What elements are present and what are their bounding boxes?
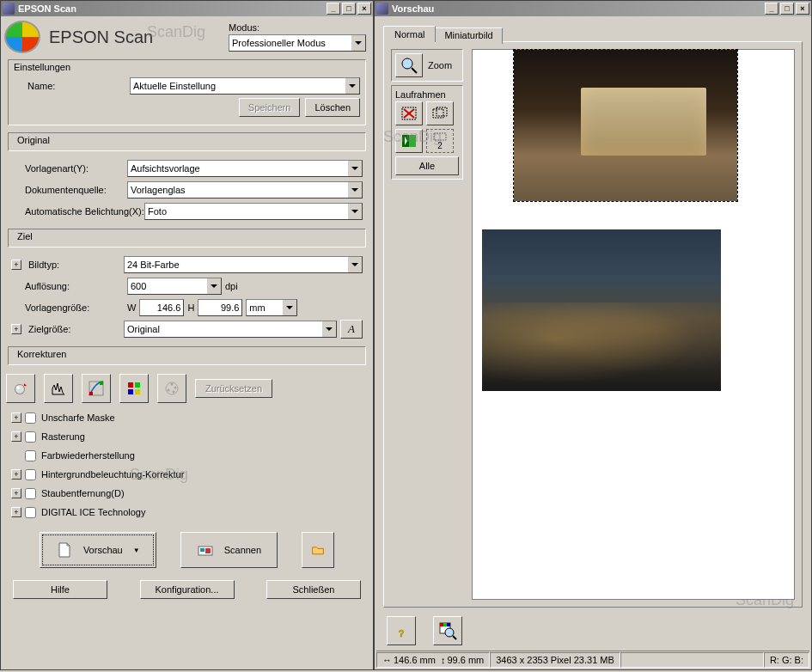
preview-window: Vorschau _ □ × ScanDig ScanDig ScanDig S… (374, 0, 812, 670)
expand-descreen-button[interactable]: + (11, 431, 21, 442)
scan-region-1[interactable] (514, 50, 737, 201)
expand-ice-button[interactable]: + (11, 507, 21, 517)
source-label: Dokumentenquelle: (11, 185, 127, 195)
svg-rect-17 (205, 548, 211, 553)
save-button[interactable]: Speichern (239, 98, 301, 117)
preview-canvas[interactable] (473, 50, 794, 599)
width-input[interactable] (139, 299, 184, 316)
help-icon-button[interactable]: ? (387, 616, 416, 645)
expand-dust-button[interactable]: + (11, 488, 21, 498)
folder-button[interactable] (302, 532, 334, 568)
preview-canvas-frame (472, 49, 795, 600)
mode-select[interactable]: Professioneller Modus (229, 34, 366, 52)
width-label: W (127, 302, 136, 313)
mode-label: Modus: (229, 22, 366, 33)
svg-rect-9 (135, 389, 140, 394)
status-bar: ↔146.6 mm ↕99.6 mm 3463 x 2353 Pixel 23.… (376, 651, 809, 668)
svg-point-13 (173, 391, 175, 394)
scan-icon (197, 541, 214, 559)
reset-button[interactable]: Zurücksetzen (195, 379, 272, 398)
svg-rect-32 (447, 623, 450, 626)
titlebar[interactable]: EPSON Scan _ □ × (1, 1, 373, 16)
close-window-button[interactable]: Schließen (266, 580, 361, 599)
status-width: 146.6 mm (394, 655, 436, 665)
magnifier-icon (400, 56, 418, 75)
source-select[interactable]: Vorlagenglas (127, 181, 363, 199)
unit-select[interactable]: mm (246, 299, 297, 316)
width-arrow-icon: ↔ (382, 655, 392, 665)
imagetype-select[interactable]: 24 Bit-Farbe (124, 256, 363, 273)
resolution-select[interactable]: 600 (127, 278, 222, 295)
expand-targetsize-button[interactable]: + (11, 324, 21, 334)
color-adjust-button[interactable] (119, 374, 149, 403)
doctype-select[interactable]: Aufsichtsvorlage (127, 160, 363, 177)
dust-checkbox[interactable] (25, 488, 36, 499)
name-select[interactable]: Aktuelle Einstellung (130, 77, 360, 95)
autoexp-select[interactable]: Foto (144, 203, 363, 220)
epson-scan-window: EPSON Scan _ □ × ScanDig ScanDig EPSON S… (0, 0, 374, 670)
histogram-button[interactable] (44, 374, 73, 403)
height-input[interactable] (198, 299, 242, 316)
close-button[interactable]: × (357, 3, 371, 15)
settings-title: Einstellungen (14, 62, 360, 72)
colorrestore-checkbox[interactable] (25, 450, 36, 461)
backlight-checkbox[interactable] (25, 469, 36, 480)
minimize-button[interactable]: _ (327, 3, 340, 15)
minimize-button[interactable]: _ (765, 3, 778, 15)
preview-titlebar[interactable]: Vorschau _ □ × (375, 1, 811, 16)
window-body: ScanDig ScanDig EPSON Scan Modus: Profes… (1, 16, 373, 669)
svg-point-2 (16, 386, 20, 389)
delete-button[interactable]: Löschen (305, 98, 360, 117)
ice-label: DIGITAL ICE Technology (41, 507, 145, 517)
help-button[interactable]: Hilfe (13, 580, 107, 599)
dest-header: Ziel (8, 229, 366, 247)
marquee-count: 2 (426, 129, 454, 153)
height-label: H (187, 302, 194, 313)
doctype-label: Vorlagenart(Y): (11, 163, 127, 174)
expand-unsharp-button[interactable]: + (11, 412, 21, 423)
svg-line-19 (412, 68, 417, 73)
preview-button[interactable]: Vorschau ▼ (40, 532, 156, 568)
delete-marquee-button[interactable] (395, 101, 423, 125)
header: EPSON Scan Modus: Professioneller Modus (3, 18, 371, 56)
copy-marquee-button[interactable] (426, 101, 454, 125)
unsharp-checkbox[interactable] (25, 412, 36, 424)
corrections-header: Korrekturen (8, 346, 366, 365)
expand-imagetype-button[interactable]: + (11, 260, 21, 270)
resolution-unit: dpi (225, 281, 238, 291)
tab-thumbnail[interactable]: Miniaturbild (435, 27, 502, 44)
svg-rect-27 (434, 133, 446, 140)
svg-rect-7 (135, 382, 140, 388)
densitometer-button[interactable] (433, 616, 462, 645)
maximize-button[interactable]: □ (342, 3, 356, 15)
scan-button[interactable]: Scannen (180, 532, 278, 568)
svg-point-11 (171, 383, 174, 386)
svg-rect-4 (89, 392, 93, 395)
select-all-button[interactable]: Alle (395, 156, 459, 175)
svg-rect-8 (128, 389, 133, 394)
svg-rect-16 (200, 548, 205, 552)
epson-logo-icon (4, 21, 40, 53)
svg-rect-31 (443, 623, 447, 626)
color-palette-button[interactable] (157, 374, 186, 403)
tone-curve-button[interactable] (82, 374, 111, 403)
scan-region-2[interactable] (482, 229, 721, 391)
descreen-label: Rasterung (41, 431, 85, 442)
targetsize-select[interactable]: Original (124, 321, 337, 338)
preview-window-title: Vorschau (392, 3, 763, 14)
expand-backlight-button[interactable]: + (11, 469, 21, 480)
status-height: 99.6 mm (447, 655, 484, 665)
close-button[interactable]: × (796, 3, 809, 15)
ice-checkbox[interactable] (25, 507, 36, 518)
orientation-button[interactable]: A (340, 320, 363, 339)
tab-normal[interactable]: Normal (383, 26, 436, 42)
original-header: Original (8, 132, 366, 151)
preview-body: ScanDig ScanDig ScanDig ScanDig Normal M… (375, 16, 811, 669)
auto-locate-button[interactable] (395, 129, 423, 153)
auto-exposure-button[interactable] (6, 374, 35, 403)
zoom-button[interactable] (395, 53, 423, 77)
descreen-checkbox[interactable] (25, 431, 36, 443)
dest-title: Ziel (14, 231, 36, 241)
config-button[interactable]: Konfiguration... (140, 580, 235, 599)
maximize-button[interactable]: □ (780, 3, 794, 15)
